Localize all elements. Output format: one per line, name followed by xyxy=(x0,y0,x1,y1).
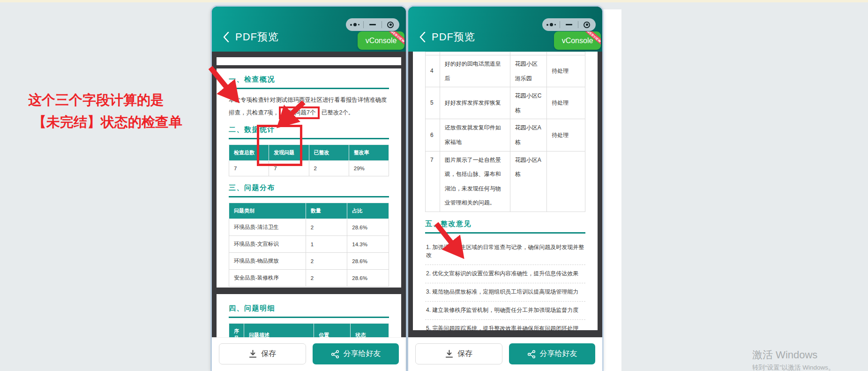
overview-paragraph: 本次专项检查针对测试德玛西亚社区进行看看报告详情准确度排查，共检查7项，发现问题… xyxy=(229,94,389,119)
share-button[interactable]: 分享给好友 xyxy=(313,343,399,364)
cell-desc: 还放假发就发复印件如家福地 xyxy=(440,119,510,151)
save-button[interactable]: 保存 xyxy=(415,343,502,364)
minimize-button[interactable] xyxy=(560,18,577,31)
suggestion-item: 4. 建立装修秩序监管机制，明确责任分工并加强现场监督力度 xyxy=(425,302,585,320)
page-title: PDF预览 xyxy=(235,30,279,44)
cell: 2 xyxy=(306,219,347,236)
share-icon xyxy=(527,350,536,358)
minimize-icon xyxy=(566,24,572,25)
close-button[interactable] xyxy=(578,18,596,31)
close-circle-icon xyxy=(584,22,590,28)
cell-seq: 6 xyxy=(426,119,440,151)
suggestion-item: 5. 完善问题跟踪系统，提升整改效率并确保所有问题闭环处理 xyxy=(425,320,585,330)
cell: 1 xyxy=(306,236,347,253)
cell: 2 xyxy=(306,253,347,270)
cell-status: 待处理 xyxy=(547,55,585,87)
download-icon xyxy=(249,350,257,358)
table-row-cut xyxy=(426,52,585,55)
col-header: 占比 xyxy=(347,203,389,219)
annotation-line-1: 这个三个字段计算的是 xyxy=(28,89,206,111)
table-row: 安全品质-装修秩序 2 28.6% xyxy=(229,270,389,287)
pdf-viewer-right[interactable]: 4 好的好的回电话黑道皇后 花园小区游乐园 待处理 5 好好发挥发挥发挥恢复 花… xyxy=(408,52,602,337)
close-button[interactable] xyxy=(382,18,399,31)
col-header: 问题类别 xyxy=(229,203,306,219)
cell: 2 xyxy=(306,270,347,287)
section-rule xyxy=(229,88,389,89)
pdf-page-2: 一、检查概况 本次专项检查针对测试德玛西亚社区进行看看报告详情准确度排查，共检查… xyxy=(217,68,401,288)
capsule-menu xyxy=(542,18,596,31)
pdf-page-3-top: 四、问题明细 序号 问题描述 位置 状态 xyxy=(217,294,401,337)
distribution-table: 问题类别 数量 占比 环境品质-清洁卫生 2 28.6% 环境品质-文宣标识 1… xyxy=(229,203,389,287)
col-header: 问题描述 xyxy=(244,324,314,338)
save-label: 保存 xyxy=(457,349,472,359)
cell: 28.6% xyxy=(347,219,389,236)
watermark-subtitle: 转到“设置”以激活 Windows。 xyxy=(752,363,835,371)
col-header: 数量 xyxy=(306,203,347,219)
cell-seq: 4 xyxy=(426,55,440,87)
cell: 28.6% xyxy=(347,253,389,270)
cell: 环境品质-物品摆放 xyxy=(229,253,306,270)
action-bar: 保存 分享给好友 xyxy=(408,337,602,371)
minimize-button[interactable] xyxy=(364,18,381,31)
share-label: 分享给好友 xyxy=(540,349,577,359)
table-row: 7 7 2 29% xyxy=(229,161,389,176)
cell-status xyxy=(547,151,585,212)
red-annotation-note: 这个三个字段计算的是 【未完结】状态的检查单 xyxy=(28,89,206,133)
cell-desc: 图片展示了一处自然景观，包括山脉、瀑布和湖泊，未发现任何与物业管理相关的问题。 xyxy=(440,151,510,212)
section-rule xyxy=(229,317,389,318)
more-button[interactable] xyxy=(542,18,560,31)
capsule-menu xyxy=(346,18,399,31)
more-button[interactable] xyxy=(346,18,363,31)
back-icon[interactable] xyxy=(223,32,229,42)
nav-bar: PDF预览 vConsole WEBVIEW xyxy=(212,7,406,52)
cell: 环境品质-清洁卫生 xyxy=(229,219,306,236)
cell-fixed: 2 xyxy=(309,161,349,176)
suggestion-item: 1. 加强清洁卫生区域的日常巡查与记录，确保问题及时发现并整改 xyxy=(425,239,585,265)
section-rule xyxy=(229,196,389,197)
vconsole-button[interactable]: vConsole WEBVIEW xyxy=(358,31,404,50)
col-header: 整改率 xyxy=(349,145,389,161)
pdf-page1-bottom-strip xyxy=(217,57,401,65)
cell-location: 花园小区游乐园 xyxy=(510,55,546,87)
pdf-viewer-left[interactable]: 一、检查概况 本次专项检查针对测试德玛西亚社区进行看看报告详情准确度排查，共检查… xyxy=(212,52,406,337)
table-row: 5 好好发挥发挥发挥恢复 花园小区C栋 待处理 xyxy=(426,87,585,119)
nav-bar: PDF预览 vConsole WEBVIEW xyxy=(408,7,602,52)
col-header: 状态 xyxy=(351,324,389,338)
section-rule xyxy=(425,232,585,234)
action-bar: 保存 分享给好友 xyxy=(212,337,406,371)
back-icon[interactable] xyxy=(419,32,426,42)
section-title-overview: 一、检查概况 xyxy=(229,75,389,84)
table-row: 4 好的好的回电话黑道皇后 花园小区游乐园 待处理 xyxy=(426,55,585,87)
table-row: 环境品质-文宣标识 1 14.3% xyxy=(229,236,389,253)
cell: 14.3% xyxy=(347,236,389,253)
phone-frame-right: 4 好的好的回电话黑道皇后 花园小区游乐园 待处理 5 好好发挥发挥发挥恢复 花… xyxy=(408,7,602,371)
table-row: 6 还放假发就发复印件如家福地 花园小区A栋 待处理 xyxy=(426,119,585,151)
side-white-panel xyxy=(603,9,621,371)
vconsole-label: vConsole xyxy=(366,37,397,45)
save-button[interactable]: 保存 xyxy=(219,343,306,364)
section-title-detail: 四、问题明细 xyxy=(229,304,389,313)
save-label: 保存 xyxy=(261,349,276,359)
section-title-suggestions: 五、整改意见 xyxy=(425,220,585,228)
cell: 安全品质-装修秩序 xyxy=(229,270,306,287)
phone-frame-left: 一、检查概况 本次专项检查针对测试德玛西亚社区进行看看报告详情准确度排查，共检查… xyxy=(212,7,406,371)
suggestion-item: 3. 规范物品摆放标准，定期组织员工培训以提高现场管理能力 xyxy=(425,283,585,302)
share-label: 分享给好友 xyxy=(344,349,381,359)
watermark-title: 激活 Windows xyxy=(752,348,835,362)
section-title-statistics: 二、数据统计 xyxy=(229,125,389,134)
cell-rate: 29% xyxy=(349,161,389,176)
table-row: 环境品质-物品摆放 2 28.6% xyxy=(229,253,389,270)
col-header: 已整改 xyxy=(309,145,349,161)
cell-location: 花园小区A栋 xyxy=(510,151,546,212)
top-border-strip xyxy=(0,0,868,2)
col-header: 序号 xyxy=(229,324,244,338)
cell-status: 待处理 xyxy=(547,119,585,151)
cell-desc: 好的好的回电话黑道皇后 xyxy=(440,55,510,87)
share-button[interactable]: 分享给好友 xyxy=(509,343,595,364)
detail-table: 4 好的好的回电话黑道皇后 花园小区游乐园 待处理 5 好好发挥发挥发挥恢复 花… xyxy=(425,52,585,212)
table-header-row: 问题类别 数量 占比 xyxy=(229,203,389,219)
cell: 环境品质-文宣标识 xyxy=(229,236,306,253)
table-header-row: 检查总数 发现问题 已整改 整改率 xyxy=(229,145,389,161)
vconsole-button[interactable]: vConsole WEBVIEW xyxy=(554,31,601,50)
table-row: 7 图片展示了一处自然景观，包括山脉、瀑布和湖泊，未发现任何与物业管理相关的问题… xyxy=(426,151,585,212)
